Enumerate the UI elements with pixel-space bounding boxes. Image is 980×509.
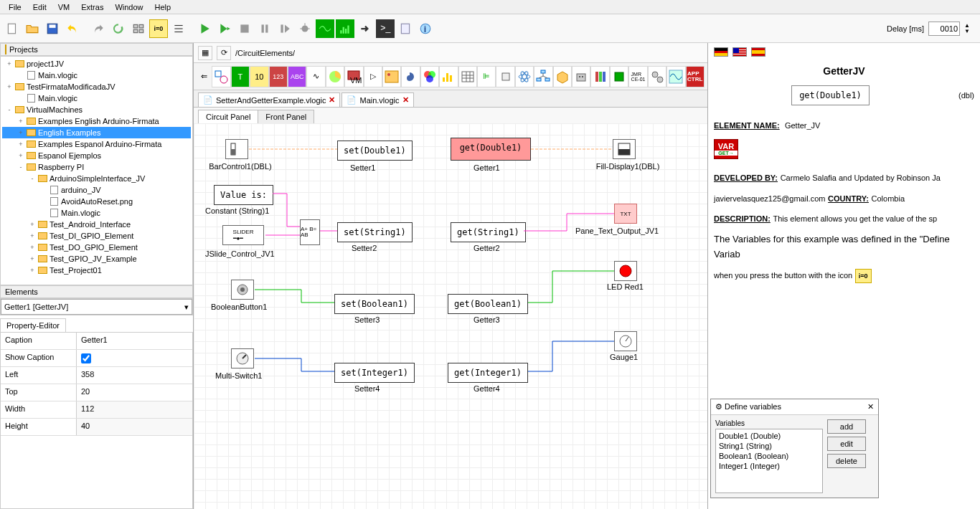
block-setter2[interactable]: set(String1) <box>337 222 413 242</box>
property-row[interactable]: Top20 <box>1 384 192 401</box>
show-caption-checkbox[interactable] <box>81 353 91 363</box>
comp-pie-icon[interactable] <box>326 66 344 87</box>
property-row[interactable]: Show Caption <box>1 350 192 367</box>
property-row[interactable]: Height40 <box>1 419 192 436</box>
list-item[interactable]: Boolean1 (Boolean) <box>717 451 821 461</box>
tree-item[interactable]: -Raspberry PI <box>2 161 191 173</box>
scope2-button[interactable] <box>336 19 354 38</box>
tree-item[interactable]: +Espanol Ejemplos <box>2 150 191 161</box>
comp-chip2-icon[interactable] <box>610 66 628 87</box>
tree-item[interactable]: +Examples English Arduino-Firmata <box>2 115 191 127</box>
tree-item[interactable]: +Test_GPIO_JV_Example <box>2 253 191 265</box>
var-button[interactable]: i=0 <box>149 19 168 38</box>
dialog-close-icon[interactable]: ✕ <box>867 402 874 412</box>
delay-input[interactable] <box>928 22 960 36</box>
undo-button[interactable] <box>63 19 82 38</box>
scope1-button[interactable] <box>316 19 334 38</box>
refresh-button[interactable] <box>109 19 128 38</box>
tree-item[interactable]: arduino_JV <box>2 184 191 196</box>
list-button[interactable] <box>169 19 188 38</box>
block-getter1[interactable]: get(Double1) <box>451 138 531 161</box>
tree-item[interactable]: Main.vlogic <box>2 70 191 81</box>
comp-img-icon[interactable] <box>382 66 401 87</box>
tree-item[interactable]: -ArduinoSimpleInterface_JV <box>2 173 191 184</box>
close-icon[interactable]: ✕ <box>329 95 335 105</box>
list-item[interactable]: Integer1 (Integer) <box>717 461 821 471</box>
flag-es-icon[interactable] <box>751 47 765 57</box>
comp-atom-icon[interactable] <box>515 66 534 87</box>
comp-audio-icon[interactable] <box>401 66 420 87</box>
redo-button[interactable] <box>89 19 108 38</box>
menu-edit[interactable]: Edit <box>27 3 52 11</box>
tree-item[interactable]: Main.vlogic <box>2 207 191 219</box>
comp-flow-icon[interactable] <box>534 66 552 87</box>
comp-amp-icon[interactable]: ▷ <box>364 66 382 87</box>
list-item[interactable]: Double1 (Double) <box>717 431 821 441</box>
comp-robot-icon[interactable] <box>572 66 590 87</box>
debug-button[interactable] <box>296 19 314 38</box>
variables-list[interactable]: Double1 (Double) String1 (String) Boolea… <box>715 429 823 493</box>
tree-item[interactable]: -VirtualMachines <box>2 104 191 115</box>
block-gauge[interactable] <box>614 331 637 351</box>
comp-gears-icon[interactable] <box>648 66 666 87</box>
play-button[interactable] <box>195 19 214 38</box>
arrow-button[interactable] <box>356 19 374 38</box>
flag-de-icon[interactable] <box>714 47 728 57</box>
play-debug-button[interactable] <box>215 19 234 38</box>
tree-item[interactable]: +English Examples <box>2 127 191 138</box>
delay-spinner[interactable]: ▲▼ <box>964 23 970 34</box>
menu-extras[interactable]: Extras <box>75 3 109 11</box>
block-getter4[interactable]: get(Integer1) <box>448 363 528 383</box>
block-setter3[interactable]: set(Boolean1) <box>334 294 415 314</box>
comp-box-icon[interactable] <box>553 66 572 87</box>
property-row[interactable]: Width112 <box>1 401 192 419</box>
property-grid[interactable]: CaptionGetter1Show CaptionLeft358Top20Wi… <box>0 332 193 509</box>
flag-us-icon[interactable] <box>732 47 747 57</box>
grid-button[interactable] <box>129 19 148 38</box>
comp-bar-icon[interactable] <box>439 66 458 87</box>
circuit-canvas[interactable]: BarControl1(DBL) set(Double1) Setter1 ge… <box>194 123 707 509</box>
comp-back-icon[interactable]: ⇐ <box>197 66 212 87</box>
step-button[interactable] <box>275 19 294 38</box>
property-row[interactable]: Left358 <box>1 367 192 384</box>
list-item[interactable]: String1 (String) <box>717 441 821 451</box>
block-constant[interactable]: Value is: <box>214 185 273 205</box>
block-concat[interactable]: A+ B= AB <box>300 219 320 245</box>
bc-refresh-icon[interactable]: ⟳ <box>217 46 231 60</box>
file-tab-0[interactable]: 📄 SetterAndGetterExample.vlogic ✕ <box>198 92 340 107</box>
block-pane[interactable]: TXT <box>614 204 637 224</box>
stop-button[interactable] <box>235 19 254 38</box>
block-led[interactable] <box>614 261 637 281</box>
comp-chip-icon[interactable] <box>496 66 514 87</box>
block-filldisplay[interactable] <box>613 139 636 159</box>
doc-button[interactable] <box>396 19 415 38</box>
file-tab-1[interactable]: 📄 Main.vlogic ✕ <box>341 92 413 107</box>
block-setter1[interactable]: set(Double1) <box>337 141 413 161</box>
save-button[interactable] <box>43 19 62 38</box>
comp-vm-icon[interactable]: VM <box>344 66 363 87</box>
comp-appctrl-icon[interactable]: APPCTRL <box>686 66 705 87</box>
menu-window[interactable]: Window <box>109 3 149 11</box>
comp-link-icon[interactable]: ⊫ <box>477 66 496 87</box>
tree-item[interactable]: +project1JV <box>2 58 191 70</box>
tree-item[interactable]: +Examples Espanol Arduino-Firmata <box>2 138 191 150</box>
delete-button[interactable]: delete <box>827 454 866 468</box>
bc-grid-icon[interactable]: ▦ <box>198 46 212 60</box>
tree-item[interactable]: +TestFirmataModificadaJV <box>2 81 191 92</box>
block-multiswitch[interactable] <box>231 348 254 368</box>
property-row[interactable]: CaptionGetter1 <box>1 333 192 350</box>
comp-int-icon[interactable]: 10 <box>250 66 268 87</box>
tree-item[interactable]: +Test_Android_Interface <box>2 219 191 230</box>
edit-button[interactable]: edit <box>827 437 866 451</box>
info-button[interactable]: i <box>416 19 435 38</box>
comp-books-icon[interactable] <box>590 66 609 87</box>
new-button[interactable] <box>3 19 22 38</box>
menu-vm[interactable]: VM <box>52 3 76 11</box>
menu-help[interactable]: Help <box>149 3 177 11</box>
comp-str-icon[interactable]: ABC <box>288 66 306 87</box>
block-slider[interactable]: SLIDER━●━ <box>222 225 264 245</box>
tree-item[interactable]: Main.vlogic <box>2 92 191 104</box>
block-setter4[interactable]: set(Integer1) <box>334 363 415 383</box>
tree-item[interactable]: +Test_Project01 <box>2 265 191 276</box>
block-getter3[interactable]: get(Boolean1) <box>448 294 528 314</box>
